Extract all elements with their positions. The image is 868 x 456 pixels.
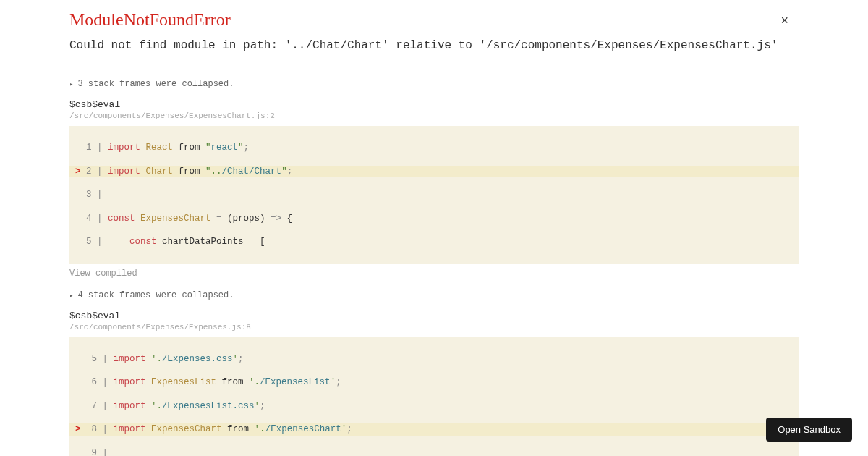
open-sandbox-button[interactable]: Open Sandbox [766,418,852,442]
error-overlay: × ModuleNotFoundError Could not find mod… [0,0,868,456]
stack-frame-name: $csb$eval [69,99,799,110]
stack-frame-name: $csb$eval [69,311,799,321]
divider [69,67,799,67]
view-compiled-link[interactable]: View compiled [69,269,799,279]
close-icon[interactable]: × [780,13,788,28]
collapsed-frames-toggle[interactable]: 4 stack frames were collapsed. [69,290,799,300]
code-snippet: 5 | import './Expenses.css'; 6 | import … [69,337,799,456]
stack-frame-location: /src/components/Expenses/Expenses.js:8 [69,323,799,332]
collapsed-frames-toggle[interactable]: 3 stack frames were collapsed. [69,79,799,89]
stack-frame-location: /src/components/Expenses/ExpensesChart.j… [69,111,799,120]
code-snippet: 1 | import React from "react"; > 2 | imp… [69,126,799,264]
error-title: ModuleNotFoundError [69,10,799,30]
error-message: Could not find module in path: '../Chat/… [69,37,799,55]
